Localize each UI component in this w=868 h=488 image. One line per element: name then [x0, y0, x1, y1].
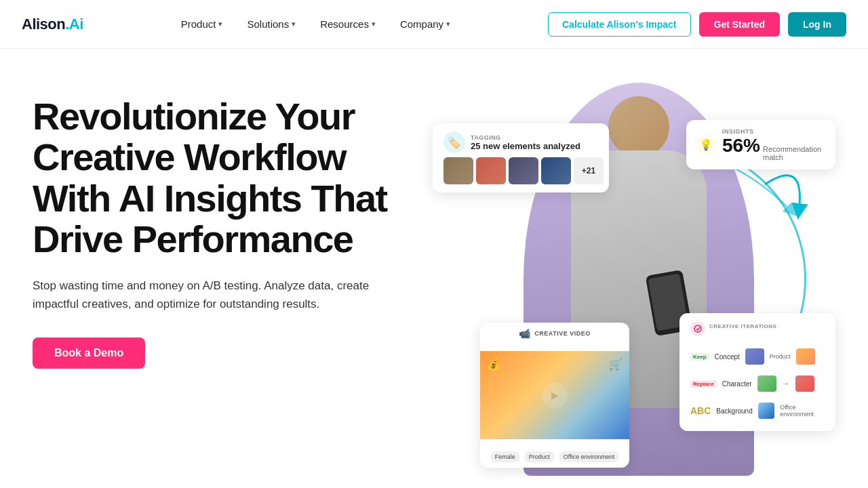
hero-subtitle: Stop wasting time and money on A/B testi… — [33, 277, 385, 313]
iterations-label: CREATIVE ITERATIONS — [709, 323, 776, 329]
video-header: 📹 CREATIVE VIDEO — [511, 323, 598, 344]
product-thumb — [796, 348, 815, 365]
video-tags: Female Product Office environment — [482, 446, 627, 468]
tagging-card: 🏷️ TAGGING 25 new elements analyzed +21 — [433, 123, 609, 192]
iteration-row-3: ABC Background Office environment — [690, 403, 825, 419]
iterations-icon — [690, 321, 705, 336]
video-tag-office: Office environment — [559, 451, 619, 462]
login-button[interactable]: Log In — [788, 12, 846, 37]
insights-value: Recommendation match — [763, 145, 825, 161]
hero-title: Revolutionize Your Creative Workflow Wit… — [33, 96, 426, 260]
nav-product[interactable]: Product ▾ — [181, 18, 223, 30]
hero-section: Revolutionize Your Creative Workflow Wit… — [0, 49, 868, 488]
tag-more: +21 — [574, 157, 604, 184]
video-tag-female: Female — [490, 451, 520, 462]
chevron-down-icon: ▾ — [446, 20, 450, 28]
text-icon: ABC — [690, 405, 711, 416]
navbar: Alison.Ai Product ▾ Solutions ▾ Resource… — [0, 0, 868, 49]
hero-right: 🏷️ TAGGING 25 new elements analyzed +21 … — [426, 83, 835, 488]
tag-image-3 — [509, 157, 538, 184]
arrow-right-icon: → — [782, 379, 790, 388]
video-tag-product: Product — [524, 451, 555, 462]
concept-thumb — [745, 348, 764, 365]
logo-text: Alison — [22, 16, 65, 33]
calculate-impact-button[interactable]: Calculate Alison's Impact — [548, 12, 691, 37]
nav-company[interactable]: Company ▾ — [400, 18, 450, 30]
nav-links: Product ▾ Solutions ▾ Resources ▾ Compan… — [181, 18, 450, 30]
logo[interactable]: Alison.Ai — [22, 16, 83, 33]
iterations-card: CREATIVE ITERATIONS Keep Concept Product… — [679, 313, 835, 431]
svg-point-2 — [694, 325, 701, 332]
insights-label: INSIGHTS — [722, 128, 825, 135]
iteration-row-1: Keep Concept Product — [690, 348, 815, 365]
chevron-down-icon: ▾ — [292, 20, 296, 28]
iteration-row-2: Replace Character → — [690, 375, 814, 392]
tag-image-2 — [476, 157, 506, 184]
tag-images: +21 — [443, 157, 604, 184]
creative-video-card: 📹 CREATIVE VIDEO 🛒 💰 ▶ Female Product Of… — [480, 323, 629, 468]
logo-dot: .Ai — [65, 16, 83, 33]
chevron-down-icon: ▾ — [218, 20, 222, 28]
nav-solutions[interactable]: Solutions ▾ — [247, 18, 296, 30]
get-started-button[interactable]: Get Started — [699, 12, 780, 37]
video-title: CREATIVE VIDEO — [534, 330, 590, 337]
nav-resources[interactable]: Resources ▾ — [320, 18, 376, 30]
tag-image-1 — [443, 157, 473, 184]
insights-percent: 56% — [722, 135, 760, 157]
video-icon: 📹 — [519, 328, 530, 339]
insights-card: 💡 INSIGHTS 56% Recommendation match — [686, 120, 835, 169]
tag-icon: 🏷️ — [443, 131, 465, 153]
character-female-thumb — [795, 375, 814, 392]
character-male-thumb — [757, 375, 776, 392]
video-thumbnail[interactable]: 🛒 💰 ▶ — [480, 351, 629, 439]
lightbulb-icon: 💡 — [697, 134, 715, 156]
keep-tag: Keep — [690, 353, 709, 361]
book-demo-button[interactable]: Book a Demo — [33, 338, 145, 369]
tag-image-4 — [541, 157, 571, 184]
chevron-down-icon: ▾ — [372, 20, 376, 28]
background-thumb — [758, 403, 774, 419]
hero-left: Revolutionize Your Creative Workflow Wit… — [33, 83, 426, 369]
tagging-value: 25 new elements analyzed — [471, 141, 580, 151]
tagging-label: TAGGING — [471, 134, 580, 141]
replace-tag: Replace — [690, 380, 717, 388]
nav-actions: Calculate Alison's Impact Get Started Lo… — [548, 12, 846, 37]
